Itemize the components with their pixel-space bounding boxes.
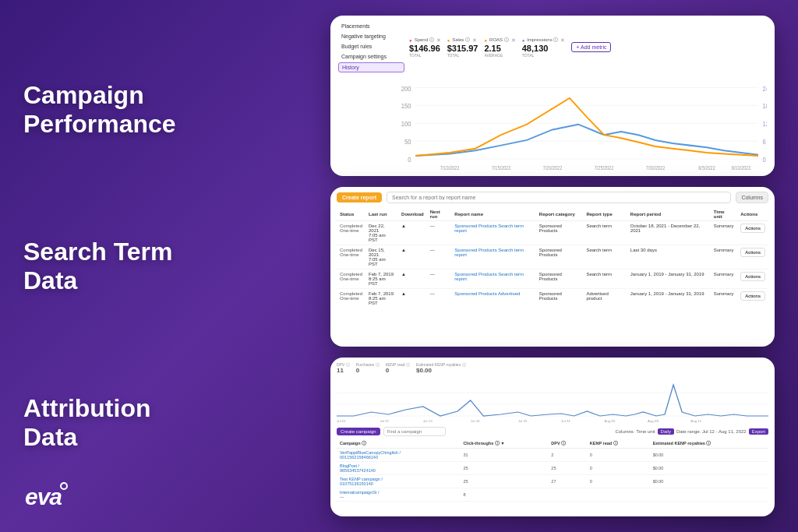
metric-sales: ● Sales ⓘ ✕ $315.97 TOTAL: [447, 37, 478, 58]
report-search-input[interactable]: [387, 192, 731, 203]
nav-campaign-settings[interactable]: Campaign settings: [338, 52, 404, 61]
cell-period: October 18, 2021 - December 22, 2021: [627, 221, 711, 245]
campaign-performance-label: CampaignPerformance: [23, 81, 210, 139]
cell-actions: Actions: [737, 221, 768, 245]
cell-category: Sponsored Products: [536, 270, 584, 289]
cell-timeunit: Summary: [711, 289, 737, 308]
cell-category: Sponsored Products: [536, 245, 584, 270]
find-campaign-input[interactable]: [383, 427, 446, 436]
svg-text:Jul 13: Jul 13: [423, 419, 433, 423]
table-row: Test KENP campaign /01075136150140 25 27…: [337, 474, 768, 488]
cell-campaign: VerPappiBlueCanopyChinglish /00115621584…: [337, 448, 460, 461]
create-report-button[interactable]: Create report: [337, 192, 382, 203]
cell-lastrun: Dec 15, 20217:05 am PST: [365, 245, 398, 270]
cell-period: Last 30 days: [627, 245, 711, 270]
actions-button[interactable]: Actions: [740, 272, 765, 281]
cell-nextrun: —: [427, 270, 452, 289]
metric-spend: ● Spend ⓘ ✕ $146.96 TOTAL: [409, 37, 441, 58]
col-status: Status: [337, 208, 365, 221]
svg-text:12: 12: [763, 120, 768, 129]
svg-text:150: 150: [401, 102, 411, 111]
col-actions: Actions: [737, 208, 768, 221]
daily-button[interactable]: Daily: [658, 428, 674, 435]
svg-text:200: 200: [401, 84, 411, 93]
col-est-kenp: Estimated KENP royalties ⓘ: [650, 439, 768, 449]
cell-clicks: 8: [460, 488, 548, 501]
cell-timeunit: Summary: [711, 245, 737, 270]
cell-period: January 1, 2019 - January 31, 2019: [627, 289, 711, 308]
cell-download: ▲: [398, 289, 427, 308]
col-download: Download: [398, 208, 427, 221]
cell-estkenp: $0.00: [650, 448, 768, 461]
campaign-performance-screenshot: Placements Negative targeting Budget rul…: [330, 16, 775, 176]
cell-dpv: [548, 488, 586, 501]
ss1-nav: Placements Negative targeting Budget rul…: [338, 22, 404, 72]
cell-status: CompletedOne-time: [337, 289, 365, 308]
cell-download: ▲: [398, 270, 427, 289]
cell-clicks: 31: [460, 448, 548, 461]
cell-estkenp: $0.00: [650, 474, 768, 488]
attribution-label: AttributionData: [23, 394, 210, 452]
col-timeunit: Time unit: [711, 208, 737, 221]
col-type: Report type: [583, 208, 627, 221]
screenshots-container: Placements Negative targeting Budget rul…: [330, 16, 775, 516]
metric-roas: ● ROAS ⓘ ✕ 2.15 AVERAGE: [484, 37, 515, 58]
svg-text:7/30/2022: 7/30/2022: [646, 164, 666, 171]
cell-type: Search term: [583, 221, 627, 245]
table-row: BlogPost /965634537424140 25 25 0 $0.00: [337, 461, 768, 474]
metric-impressions: ● Impressions ⓘ ✕ 48,130 TOTAL: [522, 37, 566, 58]
cell-nextrun: —: [427, 245, 452, 270]
svg-text:Aug 09: Aug 09: [648, 419, 659, 423]
attr-metric-dpv: DPV ⓘ 11: [337, 362, 350, 374]
export-button[interactable]: Export: [749, 428, 768, 435]
cell-lastrun: Feb 7, 20198:25 am PST: [365, 289, 398, 308]
svg-text:0: 0: [408, 155, 411, 164]
nav-budget-rules[interactable]: Budget rules: [338, 42, 404, 51]
nav-placements[interactable]: Placements: [338, 22, 404, 30]
cell-estkenp: [650, 488, 768, 501]
col-period: Report period: [627, 208, 711, 221]
svg-text:8/10/2022: 8/10/2022: [732, 164, 751, 171]
nav-negative-targeting[interactable]: Negative targeting: [338, 32, 404, 41]
cell-clicks: 25: [460, 474, 548, 488]
cell-status: CompletedOne-time: [337, 245, 365, 270]
cell-dpv: 2: [548, 448, 586, 461]
col-category: Report category: [536, 208, 584, 221]
search-term-screenshot: Create report Columns Status Last run Do…: [330, 187, 775, 346]
attr-metric-purchases: Purchases ⓘ 0: [356, 362, 380, 374]
actions-button[interactable]: Actions: [740, 224, 765, 233]
svg-text:6: 6: [763, 138, 766, 146]
add-metric-button[interactable]: + Add metric: [571, 42, 611, 52]
svg-text:Aug 11: Aug 11: [690, 419, 702, 423]
campaign-chart: 200 150 100 50 0 24 18 12 6 0 7/10/2022 …: [338, 77, 767, 171]
col-reportname: Report name: [451, 208, 536, 221]
cell-category: Sponsored Products: [536, 221, 584, 245]
date-range-label: Date range: Jul 12 - Aug 11, 2022: [676, 429, 747, 434]
cell-category: Sponsored Products: [536, 289, 584, 308]
nav-history[interactable]: History: [338, 62, 404, 72]
ss3-toolbar: Create campaign Columns Time unit Daily …: [337, 427, 768, 436]
cell-status: CompletedOne-time: [337, 270, 365, 289]
cell-kenp: 0: [587, 474, 650, 488]
attribution-screenshot: DPV ⓘ 11 Purchases ⓘ 0 KENP read ⓘ 0 Est…: [330, 358, 775, 516]
cell-clicks: 25: [460, 461, 548, 474]
actions-button[interactable]: Actions: [740, 291, 765, 301]
svg-text:8/5/2022: 8/5/2022: [698, 164, 715, 171]
time-unit-label: Time unit: [636, 429, 655, 434]
cell-campaign: Test KENP campaign /01075136150140: [337, 474, 460, 488]
cell-timeunit: Summary: [711, 221, 737, 245]
cell-reportname: Sponsored Products Search term report: [451, 270, 536, 289]
ss2-toolbar: Create report Columns: [337, 192, 768, 203]
cell-download: ▲: [398, 221, 427, 245]
col-lastrun: Last run: [365, 208, 398, 221]
cell-status: CompletedOne-time: [337, 221, 365, 245]
svg-text:7/25/2022: 7/25/2022: [595, 164, 614, 171]
svg-text:Jul 01: Jul 01: [337, 419, 347, 423]
left-labels: CampaignPerformance Search TermData Attr…: [23, 0, 210, 532]
svg-text:7/10/2022: 7/10/2022: [440, 164, 460, 171]
col-kenp-read: KENP read ⓘ: [587, 439, 650, 449]
actions-button[interactable]: Actions: [740, 248, 765, 257]
columns-button[interactable]: Columns: [736, 192, 768, 203]
create-campaign-button[interactable]: Create campaign: [337, 428, 380, 435]
cell-period: January 1, 2019 - January 31, 2019: [627, 270, 711, 289]
